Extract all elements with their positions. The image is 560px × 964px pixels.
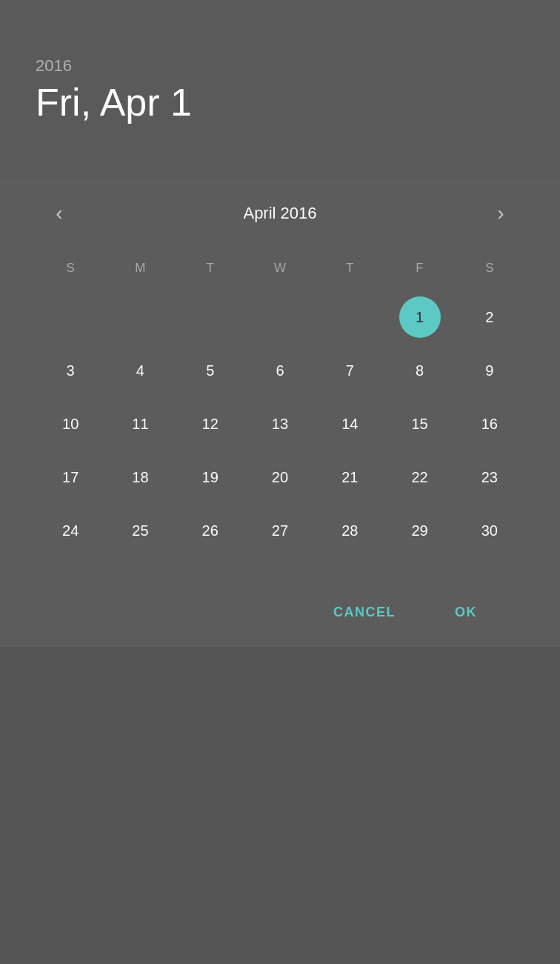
table-row[interactable]: 20: [245, 453, 315, 501]
table-row[interactable]: 12: [176, 400, 245, 448]
table-row[interactable]: 30: [455, 507, 524, 554]
month-nav: ‹ April 2016 ›: [36, 196, 524, 231]
table-row: [176, 293, 245, 341]
table-row[interactable]: 15: [384, 400, 454, 448]
table-row[interactable]: 14: [315, 400, 384, 448]
day-header-mon: M: [105, 255, 175, 282]
table-row[interactable]: 21: [315, 453, 384, 501]
header-date: Fri, Apr 1: [36, 82, 524, 124]
table-row[interactable]: 23: [455, 453, 524, 501]
table-row[interactable]: 26: [176, 507, 245, 554]
table-row[interactable]: 18: [105, 453, 175, 501]
table-row[interactable]: 3: [36, 347, 105, 394]
day-header-tue: T: [176, 255, 245, 282]
table-row: [36, 293, 105, 341]
day-header-wed: W: [245, 255, 315, 282]
table-row[interactable]: 5: [176, 347, 245, 394]
table-row[interactable]: 8: [384, 347, 454, 394]
day-header-sun: S: [36, 255, 105, 282]
table-row: [315, 293, 384, 341]
cancel-button[interactable]: CANCEL: [321, 599, 407, 626]
table-row[interactable]: 16: [455, 400, 524, 448]
date-picker: 2016 Fri, Apr 1 ‹ April 2016 › S M T W T…: [0, 0, 560, 647]
day-header-thu: T: [315, 255, 384, 282]
table-row[interactable]: 10: [36, 400, 105, 448]
table-row: [105, 293, 175, 341]
ok-button[interactable]: OK: [443, 599, 489, 626]
table-row[interactable]: 25: [105, 507, 175, 554]
month-title: April 2016: [243, 204, 316, 223]
prev-month-button[interactable]: ‹: [41, 196, 77, 231]
table-row[interactable]: 1: [384, 293, 454, 341]
table-row[interactable]: 9: [455, 347, 524, 394]
calendar-body: ‹ April 2016 › S M T W T F S 12345678910…: [0, 178, 560, 647]
table-row[interactable]: 28: [315, 507, 384, 554]
table-row[interactable]: 13: [245, 400, 315, 448]
header-year: 2016: [36, 56, 524, 76]
table-row[interactable]: 2: [455, 293, 524, 341]
table-row[interactable]: 29: [384, 507, 454, 554]
dialog-footer: CANCEL OK: [36, 578, 524, 647]
table-row[interactable]: 22: [384, 453, 454, 501]
table-row[interactable]: 7: [315, 347, 384, 394]
table-row[interactable]: 27: [245, 507, 315, 554]
day-header-fri: F: [384, 255, 454, 282]
day-headers-row: S M T W T F S: [36, 255, 524, 282]
next-month-button[interactable]: ›: [483, 196, 519, 231]
table-row[interactable]: 19: [176, 453, 245, 501]
day-header-sat: S: [455, 255, 524, 282]
table-row[interactable]: 24: [36, 507, 105, 554]
table-row[interactable]: 4: [105, 347, 175, 394]
table-row[interactable]: 6: [245, 347, 315, 394]
table-row: [245, 293, 315, 341]
date-header: 2016 Fri, Apr 1: [0, 0, 560, 178]
calendar-grid: 1234567891011121314151617181920212223242…: [36, 293, 524, 554]
table-row[interactable]: 11: [105, 400, 175, 448]
table-row[interactable]: 17: [36, 453, 105, 501]
